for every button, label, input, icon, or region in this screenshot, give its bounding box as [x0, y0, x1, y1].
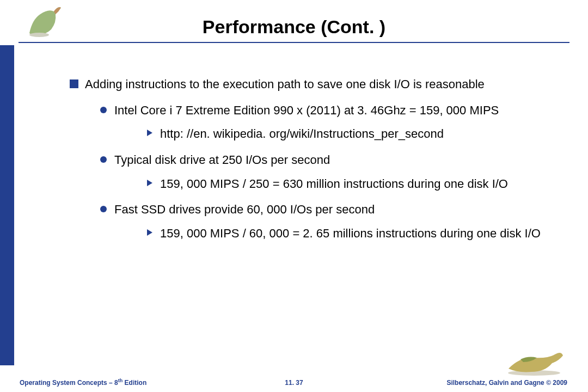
bullet-text: Typical disk drive at 250 I/Os per secon… [114, 153, 330, 167]
bullet-text: http: //en. wikipedia. org/wiki/Instruct… [160, 127, 444, 140]
svg-point-0 [29, 33, 49, 37]
footer-page-number: 11. 37 [285, 379, 303, 387]
bullet-text: 159, 000 MIPS / 60, 000 = 2. 65 millions… [160, 226, 541, 240]
bullet-lvl2: Intel Core i 7 Extreme Edition 990 x (20… [100, 102, 566, 142]
footer-left-post: Edition [122, 379, 146, 387]
bullet-lvl2: Typical disk drive at 250 I/Os per secon… [100, 152, 566, 192]
bullet-text: Intel Core i 7 Extreme Edition 990 x (20… [114, 103, 499, 117]
dinosaur-logo-bottom-icon [504, 346, 564, 376]
left-accent-stripe [0, 45, 14, 365]
slide: Performance (Cont. ) Adding instructions… [0, 0, 588, 392]
footer-left-pre: Operating System Concepts – 8 [20, 379, 118, 387]
slide-title: Performance (Cont. ) [0, 16, 588, 38]
bullet-lvl3: 159, 000 MIPS / 60, 000 = 2. 65 millions… [147, 225, 566, 242]
bullet-lvl3: http: //en. wikipedia. org/wiki/Instruct… [147, 126, 566, 142]
title-region: Performance (Cont. ) [0, 0, 588, 43]
content-area: Adding instructions to the execution pat… [70, 76, 566, 253]
bullet-lvl1: Adding instructions to the execution pat… [70, 76, 566, 242]
bullet-text: 159, 000 MIPS / 250 = 630 million instru… [160, 177, 508, 191]
bullet-lvl2: Fast SSD drives provide 60, 000 I/Os per… [100, 201, 566, 241]
bullet-text: Fast SSD drives provide 60, 000 I/Os per… [114, 203, 375, 216]
dinosaur-logo-top-icon [24, 3, 68, 39]
bullet-text: Adding instructions to the execution pat… [85, 77, 485, 91]
title-underline [19, 42, 569, 43]
footer-left-sup: th [118, 378, 123, 383]
bullet-lvl3: 159, 000 MIPS / 250 = 630 million instru… [147, 176, 566, 192]
footer: Operating System Concepts – 8th Edition … [0, 376, 588, 387]
footer-copyright: Silberschatz, Galvin and Gagne © 2009 [446, 379, 567, 387]
footer-left: Operating System Concepts – 8th Edition [20, 378, 146, 387]
